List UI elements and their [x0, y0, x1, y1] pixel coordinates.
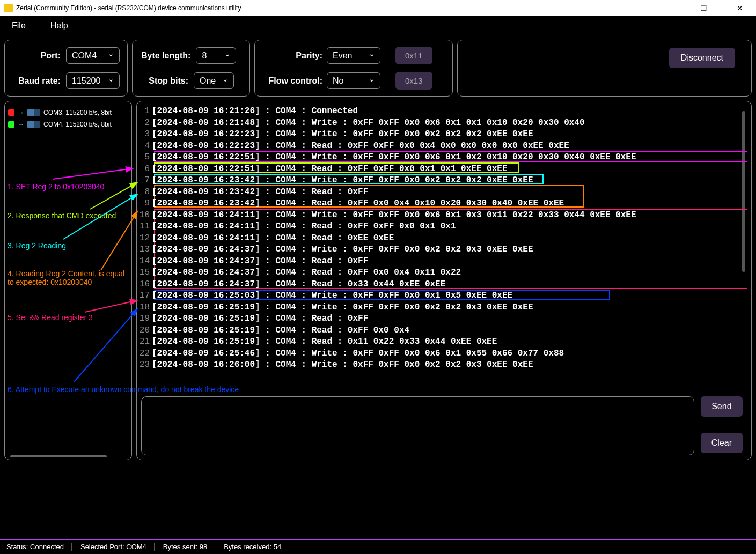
line-number: 10: [137, 210, 152, 221]
line-text: [2024-08-09 16:24:37] : COM4 : Read : 0x…: [152, 267, 461, 279]
line-number: 4: [137, 141, 152, 152]
line-text: [2024-08-09 16:25:19] : COM4 : Write : 0…: [152, 302, 533, 314]
line-text: [2024-08-09 16:21:26] : COM4 : Connected: [152, 106, 358, 117]
log-line: 17[2024-08-09 16:25:03] : COM4 : Write :…: [137, 290, 747, 302]
line-number: 20: [137, 325, 152, 337]
byte-select[interactable]: 8: [196, 47, 236, 64]
menu-file[interactable]: File: [8, 19, 30, 33]
line-number: 13: [137, 244, 152, 256]
flow-label: Flow control:: [263, 76, 322, 86]
line-text: [2024-08-09 16:24:11] : COM4 : Read : 0x…: [152, 221, 456, 233]
log-line: 1[2024-08-09 16:21:26] : COM4 : Connecte…: [137, 106, 747, 117]
log-line: 18[2024-08-09 16:25:19] : COM4 : Write :…: [137, 302, 747, 314]
clear-button[interactable]: Clear: [701, 433, 743, 453]
log-line: 9[2024-08-09 16:23:42] : COM4 : Read : 0…: [137, 198, 747, 210]
line-text: [2024-08-09 16:24:37] : COM4 : Write : 0…: [152, 244, 533, 256]
byte-label: Byte length:: [141, 51, 190, 61]
line-number: 1: [137, 106, 152, 117]
line-text: [2024-08-09 16:25:03] : COM4 : Write : 0…: [152, 290, 512, 302]
line-number: 17: [137, 290, 152, 302]
line-number: 15: [137, 267, 152, 279]
line-text: [2024-08-09 16:24:37] : COM4 : Read : 0x…: [152, 279, 445, 291]
log-line: 3[2024-08-09 16:22:23] : COM4 : Write : …: [137, 129, 747, 141]
line-text: [2024-08-09 16:22:51] : COM4 : Write : 0…: [152, 152, 636, 164]
line-text: [2024-08-09 16:25:19] : COM4 : Read : 0x…: [152, 313, 368, 325]
line-text: [2024-08-09 16:21:48] : COM4 : Write : 0…: [152, 117, 585, 129]
port-label-text: COM3, 115200 b/s, 8bit: [43, 109, 112, 116]
line-text: [2024-08-09 16:23:42] : COM4 : Read : 0x…: [152, 198, 564, 210]
status-bytes-received: Bytes received: 54: [224, 543, 289, 551]
disconnect-button[interactable]: Disconnect: [669, 48, 735, 68]
line-number: 6: [137, 164, 152, 175]
stop-select[interactable]: One: [194, 72, 234, 89]
send-button[interactable]: Send: [701, 396, 743, 417]
line-text: [2024-08-09 16:25:19] : COM4 : Read : 0x…: [152, 336, 497, 348]
disconnect-box: Disconnect: [457, 40, 752, 97]
line-number: 23: [137, 359, 152, 371]
log-content[interactable]: 1[2024-08-09 16:21:26] : COM4 : Connecte…: [137, 106, 747, 392]
status-bytes-sent: Bytes sent: 98: [163, 543, 215, 551]
line-text: [2024-08-09 16:25:19] : COM4 : Read : 0x…: [152, 325, 409, 337]
command-input[interactable]: [141, 396, 694, 455]
line-text: [2024-08-09 16:23:42] : COM4 : Read : 0x…: [152, 187, 368, 198]
line-number: 11: [137, 221, 152, 233]
parity-select[interactable]: Even: [327, 47, 380, 64]
line-number: 16: [137, 279, 152, 291]
port-sidebar: → COM3, 115200 b/s, 8bit → COM4, 115200 …: [4, 101, 132, 460]
statusbar: Status: Connected Selected Port: COM4 By…: [0, 539, 756, 554]
log-line: 2[2024-08-09 16:21:48] : COM4 : Write : …: [137, 117, 747, 129]
line-number: 22: [137, 348, 152, 360]
line-text: [2024-08-09 16:22:23] : COM4 : Write : 0…: [152, 129, 533, 141]
log-line: 22[2024-08-09 16:25:46] : COM4 : Write :…: [137, 348, 747, 360]
minimize-button[interactable]: —: [655, 1, 679, 16]
log-line: 4[2024-08-09 16:22:23] : COM4 : Read : 0…: [137, 141, 747, 152]
titlebar: Zerial (Community Edition) - serial (RS2…: [0, 0, 756, 16]
line-text: [2024-08-09 16:22:23] : COM4 : Read : 0x…: [152, 141, 569, 152]
line-number: 8: [137, 187, 152, 198]
menubar: File Help: [0, 16, 756, 35]
arrow-icon: →: [18, 109, 24, 116]
line-text: [2024-08-09 16:26:00] : COM4 : Write : 0…: [152, 359, 533, 371]
log-line: 6[2024-08-09 16:22:51] : COM4 : Read : 0…: [137, 164, 747, 175]
log-line: 19[2024-08-09 16:25:19] : COM4 : Read : …: [137, 313, 747, 325]
log-line: 20[2024-08-09 16:25:19] : COM4 : Read : …: [137, 325, 747, 337]
line-number: 21: [137, 336, 152, 348]
line-number: 19: [137, 313, 152, 325]
line-number: 9: [137, 198, 152, 210]
line-text: [2024-08-09 16:23:42] : COM4 : Write : 0…: [152, 175, 533, 187]
serial-port-icon: [27, 109, 40, 116]
line-text: [2024-08-09 16:24:11] : COM4 : Read : 0x…: [152, 233, 394, 245]
line-number: 12: [137, 233, 152, 245]
xon-hex-button[interactable]: 0x11: [395, 47, 432, 64]
port-list-item[interactable]: → COM3, 115200 b/s, 8bit: [7, 107, 129, 119]
close-button[interactable]: ✕: [728, 1, 752, 16]
stop-label: Stop bits:: [141, 76, 188, 86]
menu-help[interactable]: Help: [46, 19, 72, 33]
maximize-button[interactable]: ☐: [692, 1, 715, 16]
flow-select[interactable]: No: [327, 72, 380, 89]
log-panel: 1[2024-08-09 16:21:26] : COM4 : Connecte…: [136, 101, 752, 460]
line-text: [2024-08-09 16:22:51] : COM4 : Read : 0x…: [152, 164, 508, 175]
port-select[interactable]: COM4: [66, 47, 120, 64]
baud-select[interactable]: 115200: [66, 72, 120, 89]
led-red-icon: [8, 109, 14, 116]
line-text: [2024-08-09 16:25:46] : COM4 : Write : 0…: [152, 348, 564, 360]
baud-label: Baud rate:: [13, 76, 61, 86]
parity-label: Parity:: [263, 51, 322, 61]
line-text: [2024-08-09 16:24:11] : COM4 : Write : 0…: [152, 210, 636, 221]
byte-config-box: Byte length: 8 Stop bits: One: [132, 40, 250, 97]
xoff-hex-button[interactable]: 0x13: [395, 72, 432, 90]
line-number: 7: [137, 175, 152, 187]
port-label: Port:: [13, 51, 61, 61]
port-config-box: Port: COM4 Baud rate: 115200: [4, 40, 128, 97]
log-line: 21[2024-08-09 16:25:19] : COM4 : Read : …: [137, 336, 747, 348]
arrow-icon: →: [18, 121, 24, 128]
log-line: 23[2024-08-09 16:26:00] : COM4 : Write :…: [137, 359, 747, 371]
port-list-item[interactable]: → COM4, 115200 b/s, 8bit: [7, 119, 129, 130]
line-number: 2: [137, 117, 152, 129]
status-port: Selected Port: COM4: [80, 543, 155, 551]
app-icon: [4, 4, 13, 12]
sidebar-scrollbar[interactable]: [10, 455, 107, 457]
log-line: 7[2024-08-09 16:23:42] : COM4 : Write : …: [137, 175, 747, 187]
status-connection: Status: Connected: [6, 543, 72, 551]
